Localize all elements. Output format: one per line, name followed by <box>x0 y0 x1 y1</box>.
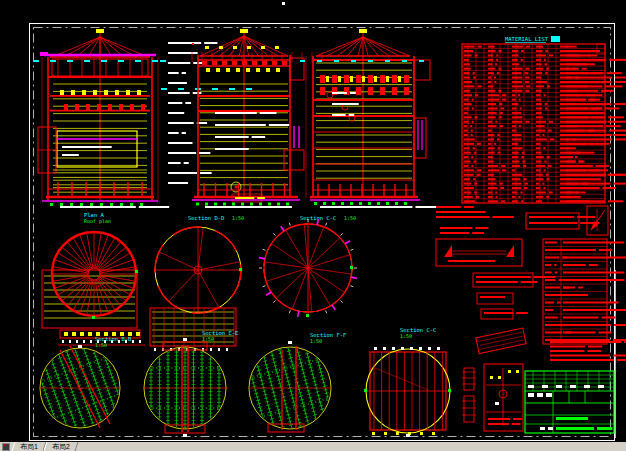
cad-stroke <box>92 316 95 319</box>
cad-stroke <box>168 102 182 104</box>
cad-stroke <box>475 116 478 118</box>
cad-stroke <box>473 72 475 74</box>
cad-stroke <box>236 68 240 72</box>
cad-stroke <box>472 232 484 234</box>
cad-stroke <box>473 178 475 180</box>
cad-stroke <box>488 147 495 149</box>
cad-stroke <box>497 138 499 140</box>
layout-tab-2[interactable]: 布局2 <box>43 442 78 451</box>
cad-stroke <box>332 103 359 105</box>
spec-table[interactable] <box>543 239 626 344</box>
cad-stroke <box>523 165 526 167</box>
cad-stroke <box>520 191 522 193</box>
cad-stroke <box>241 203 244 206</box>
cad-stroke <box>606 85 623 87</box>
cad-stroke <box>536 85 544 87</box>
coil-plan-3[interactable] <box>241 339 339 437</box>
cad-stroke <box>464 103 472 105</box>
cad-stroke <box>368 87 373 95</box>
section-view-dd[interactable] <box>168 29 322 208</box>
cad-stroke <box>566 121 607 123</box>
cad-stroke <box>545 279 556 281</box>
cad-stroke <box>464 206 474 208</box>
cad-stroke <box>518 94 520 96</box>
section-view-cc[interactable] <box>300 29 452 208</box>
cad-stroke <box>536 116 543 118</box>
coil-plan-1[interactable] <box>30 338 130 438</box>
detail-box-3[interactable] <box>477 293 513 304</box>
cad-stroke <box>72 332 76 336</box>
cad-stroke <box>512 46 523 48</box>
cad-stroke <box>76 340 78 343</box>
cad-stroke <box>308 255 350 268</box>
weld-detail[interactable] <box>436 239 522 266</box>
coil-plan-2[interactable] <box>143 338 228 437</box>
layout-tab-1[interactable]: 布局1 <box>12 442 47 451</box>
cad-stroke <box>363 37 400 56</box>
cad-stroke <box>350 92 356 94</box>
cad-stroke <box>550 138 554 140</box>
bottom-plate-plan[interactable] <box>364 347 452 437</box>
cad-stroke <box>512 50 518 52</box>
cad-stroke <box>614 103 626 105</box>
cad-stroke <box>488 418 510 420</box>
model-space-canvas[interactable]: Plan A Roof plan Section D-D 1:50 Sectio… <box>0 0 626 441</box>
cad-stroke <box>202 61 207 65</box>
plan-section-cc[interactable] <box>259 219 357 317</box>
cad-stroke <box>67 60 73 62</box>
cad-stroke <box>536 81 547 83</box>
cad-stroke <box>239 268 242 271</box>
cad-stroke <box>182 132 186 134</box>
title-block[interactable] <box>525 371 614 433</box>
cad-stroke <box>589 264 598 266</box>
cad-stroke <box>359 202 362 205</box>
cad-stroke <box>247 46 251 49</box>
cad-stroke <box>432 432 435 435</box>
cad-stroke <box>512 165 520 167</box>
cad-stroke <box>536 125 545 127</box>
cad-stroke <box>566 187 600 189</box>
cad-stroke <box>588 99 596 101</box>
cad-stroke <box>492 216 513 218</box>
cad-stroke <box>546 68 549 70</box>
cad-stroke <box>498 152 501 154</box>
cad-stroke <box>566 116 605 118</box>
cad-stroke <box>196 203 199 206</box>
detail-box-4[interactable] <box>481 309 528 319</box>
cad-stroke <box>362 76 365 82</box>
cad-stroke <box>464 134 468 136</box>
cad-stroke <box>308 268 352 274</box>
cad-stroke <box>594 112 604 114</box>
cad-stroke <box>259 203 262 206</box>
north-arrow-detail[interactable] <box>587 206 608 235</box>
cad-stroke <box>522 152 525 154</box>
roof-framing-plan[interactable] <box>42 232 145 345</box>
cad-stroke <box>464 94 472 96</box>
cad-stroke <box>512 116 522 118</box>
cad-stroke <box>566 81 612 83</box>
cad-stroke <box>419 60 424 62</box>
cad-stroke <box>499 112 502 114</box>
cad-stroke <box>488 54 493 56</box>
cad-stroke <box>521 281 538 283</box>
cad-stroke <box>494 77 496 79</box>
cad-stroke <box>364 389 367 392</box>
cad-stroke <box>536 107 542 109</box>
cad-stroke <box>488 183 496 185</box>
view-labels-row2: Section B-B 1:50 Section E-E 1:50 Sectio… <box>95 327 436 348</box>
slanted-detail[interactable] <box>476 328 526 354</box>
cad-stroke <box>536 152 541 154</box>
note-box[interactable] <box>526 213 600 229</box>
model-tab-icon[interactable] <box>2 443 10 451</box>
cad-stroke <box>137 90 141 95</box>
material-list-table[interactable]: MATERIAL LIST <box>462 36 626 203</box>
piping-detail-box[interactable] <box>484 364 523 431</box>
cad-stroke <box>50 203 53 206</box>
cad-stroke <box>200 172 212 174</box>
cad-stroke <box>488 423 509 425</box>
cad-stroke <box>512 134 521 136</box>
cad-stroke <box>472 107 474 109</box>
cad-stroke <box>62 154 79 156</box>
nozzle-details[interactable] <box>462 368 476 422</box>
cad-stroke <box>168 72 179 74</box>
